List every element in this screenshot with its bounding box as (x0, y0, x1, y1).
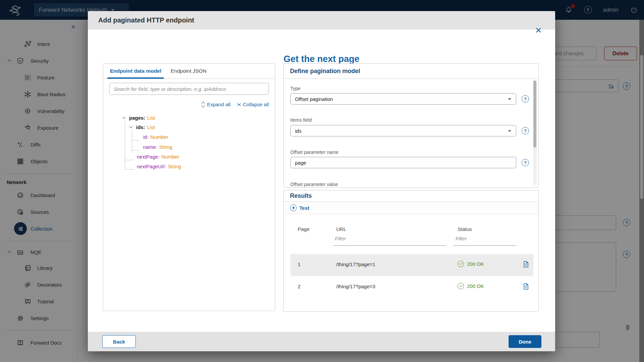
dialog-footer: Back Done (88, 332, 555, 351)
tab-endpoint-data-model[interactable]: Endpoint data model (107, 64, 164, 79)
offset-parameter-name-field (290, 157, 516, 168)
collapse-all-icon (238, 102, 240, 107)
url-filter-input[interactable] (333, 236, 446, 241)
column-header-page: Page (298, 226, 309, 232)
endpoint-data-panel: Endpoint data model Endpoint JSON Expand… (103, 63, 275, 311)
back-button[interactable]: Back (102, 335, 136, 348)
done-button[interactable]: Done (509, 335, 541, 348)
section-title: Results (284, 190, 538, 202)
expand-all-button[interactable]: Expand all (202, 102, 230, 107)
tree-node-name[interactable]: name: String (143, 143, 172, 150)
chevron-down-icon (508, 130, 511, 132)
tree-controls: Expand all Collapse all (202, 102, 269, 107)
dialog-title: Add paginated HTTP endpoint (98, 16, 194, 24)
offset-parameter-name-label: Offset parameter name (290, 149, 339, 155)
play-icon (290, 204, 297, 211)
offset-parameter-name-input[interactable] (295, 160, 512, 166)
panel-scrollbar[interactable] (533, 80, 537, 185)
type-label: Type (290, 86, 300, 91)
type-select[interactable]: Offset pagination (290, 93, 516, 105)
tree-node-ids[interactable]: ids: List (130, 123, 155, 131)
chevron-down-icon (122, 116, 126, 119)
test-row: Test (284, 202, 538, 214)
add-paginated-http-endpoint-dialog: Add paginated HTTP endpoint ✕ Get the ne… (88, 11, 555, 351)
result-row[interactable]: 2 /thing/17?page=3 200 OK (290, 276, 533, 298)
section-title: Define pagination model (284, 64, 538, 79)
chevron-down-icon (129, 125, 133, 128)
help-icon[interactable]: ? (522, 95, 529, 103)
response-document-icon[interactable] (523, 283, 529, 290)
chevron-down-icon (508, 98, 511, 100)
test-button[interactable]: Test (290, 204, 309, 211)
check-circle-icon (458, 283, 464, 289)
dialog-header: Add paginated HTTP endpoint (88, 11, 555, 29)
tab-bar: Endpoint data model Endpoint JSON (103, 64, 275, 79)
step-heading: Get the next page (88, 54, 555, 64)
tree-node-nextpageurl[interactable]: nextPageUrl: String (137, 163, 181, 170)
column-header-url: URL (336, 226, 346, 232)
expand-all-icon (202, 102, 204, 107)
tree-node-id[interactable]: id: Number (143, 133, 168, 140)
items-field-label: Items field (290, 117, 312, 123)
column-header-status: Status (458, 226, 472, 232)
items-field-select[interactable]: ids (290, 125, 516, 136)
search-input[interactable] (109, 83, 269, 95)
status-value: 200 OK (458, 261, 484, 267)
response-document-icon[interactable] (523, 260, 529, 268)
scrollbar-thumb[interactable] (533, 80, 536, 147)
close-icon[interactable]: ✕ (535, 26, 542, 35)
tree-node-nextpage[interactable]: nextPage: Number (137, 153, 179, 160)
help-icon[interactable]: ? (522, 159, 529, 166)
define-pagination-panel: Define pagination model Type Offset pagi… (283, 63, 539, 188)
help-icon[interactable]: ? (522, 127, 529, 134)
url-filter (333, 236, 446, 246)
results-panel: Results Test Page URL Status 1 /thing/17… (283, 190, 539, 312)
status-value: 200 OK (458, 283, 484, 289)
collapse-all-button[interactable]: Collapse all (238, 102, 269, 107)
tab-endpoint-json[interactable]: Endpoint JSON (168, 64, 209, 79)
status-filter-input[interactable] (454, 236, 516, 241)
field-search (109, 83, 269, 95)
offset-parameter-value-label: Offset parameter value (290, 182, 338, 187)
status-filter (454, 236, 516, 246)
check-circle-icon (458, 261, 464, 267)
result-row[interactable]: 1 /thing/17?page=1 200 OK (290, 254, 533, 276)
tree-node-pages[interactable]: pages: List (123, 114, 155, 121)
